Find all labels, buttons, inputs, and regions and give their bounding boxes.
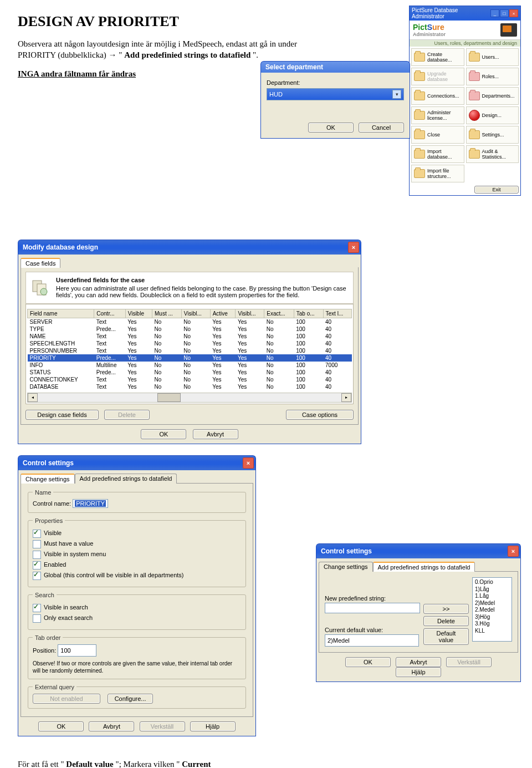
col-header[interactable]: Exact...: [264, 309, 294, 318]
must-have-value-label: Must have a value: [44, 540, 93, 547]
tab-change-settings[interactable]: Change settings: [21, 474, 75, 484]
table-cell: Yes: [125, 347, 152, 354]
ps-cell-users[interactable]: Users...: [466, 48, 519, 66]
only-exact-search-checkbox[interactable]: [33, 614, 41, 623]
modify-titlebar[interactable]: Modify database design ×: [18, 240, 361, 255]
ok-button[interactable]: OK: [141, 429, 186, 439]
must-have-value-checkbox[interactable]: [33, 540, 41, 548]
table-row[interactable]: TYPEPrede...YesNoNoYesYesNo10040: [28, 325, 352, 333]
table-row[interactable]: PRIORITYPrede...YesNoNoYesYesNo10040: [28, 354, 352, 362]
table-row[interactable]: DATABASETextYesNoNoYesYesNo10040: [28, 383, 352, 390]
intro-bold: Add predefinied strings to datafield: [124, 50, 250, 59]
design-case-fields-button[interactable]: Design case fields: [25, 410, 99, 420]
tab-add-predefined[interactable]: Add predefined strings to datafield: [75, 474, 177, 484]
table-row[interactable]: INFOMultilineYesNoNoYesYesNo1007000: [28, 362, 352, 369]
col-header[interactable]: Visible: [125, 309, 152, 318]
list-item[interactable]: 1)Låg: [475, 586, 509, 593]
visible-checkbox[interactable]: [33, 530, 41, 538]
modify-database-dialog: Modify database design × Case fields Use…: [18, 240, 361, 444]
list-item[interactable]: 3.Hög: [475, 620, 509, 628]
tab-add-predefined[interactable]: Add predefined strings to datafield: [373, 562, 475, 572]
list-item[interactable]: 2)Medel: [475, 600, 509, 607]
col-header[interactable]: Must ...: [152, 309, 182, 318]
case-options-button[interactable]: Case options: [286, 410, 354, 420]
tab-case-fields[interactable]: Case fields: [21, 258, 60, 268]
col-header[interactable]: Visibl...: [181, 309, 210, 318]
col-header[interactable]: Visibl...: [236, 309, 264, 318]
list-item[interactable]: KLL: [475, 628, 509, 635]
table-cell: No: [264, 362, 294, 369]
new-string-input[interactable]: [325, 603, 420, 613]
pictsure-titlebar[interactable]: PictSure Database Administrator _ □ ×: [410, 6, 520, 21]
list-item[interactable]: 2.Medel: [475, 607, 509, 614]
table-row[interactable]: NAMETextYesNoNoYesYesNo10040: [28, 333, 352, 340]
maximize-icon[interactable]: □: [500, 9, 509, 17]
ok-button[interactable]: OK: [38, 721, 84, 731]
table-row[interactable]: SERVERTextYesNoNoYesYesNo10040: [28, 318, 352, 325]
close-icon[interactable]: ×: [508, 546, 519, 557]
tab-change-settings[interactable]: Change settings: [319, 562, 373, 572]
ps-cell-administer-license[interactable]: Administer license...: [411, 106, 464, 124]
add-titlebar[interactable]: Control settings ×: [316, 543, 521, 558]
cancel-button[interactable]: Avbryt: [193, 429, 238, 439]
default-value-button[interactable]: Default value: [423, 628, 469, 645]
scroll-right-icon[interactable]: ▸: [341, 393, 351, 402]
current-default-field[interactable]: 2)Medel: [325, 634, 419, 647]
table-cell: Text: [94, 340, 125, 347]
col-header[interactable]: Field name: [28, 309, 94, 318]
control-name-field[interactable]: PRIORITY: [73, 499, 108, 508]
configure-button[interactable]: Configure...: [108, 694, 153, 704]
scroll-left-icon[interactable]: ◂: [28, 393, 38, 402]
col-header[interactable]: Text l...: [323, 309, 351, 318]
table-row[interactable]: SPEECHLENGTHTextYesNoNoYesYesNo10040: [28, 340, 352, 347]
table-row[interactable]: PERSONNUMBERTextYesNoNoYesYesNo10040: [28, 347, 352, 354]
department-dropdown[interactable]: HUD ▾: [267, 88, 404, 100]
cancel-button[interactable]: Cancel: [359, 123, 404, 133]
close-icon[interactable]: ×: [509, 9, 518, 17]
cancel-button[interactable]: Avbryt: [396, 657, 441, 667]
visible-in-search-checkbox[interactable]: [33, 604, 41, 612]
ps-cell-upgrade-database: Upgrade database: [411, 68, 464, 85]
ps-cell-design[interactable]: Design...: [466, 106, 519, 124]
ctrl-titlebar[interactable]: Control settings ×: [18, 455, 256, 470]
ps-cell-settings[interactable]: Settings...: [466, 126, 519, 144]
ps-cell-audit-statistics[interactable]: Audit & Statistics...: [466, 145, 519, 163]
close-icon[interactable]: ×: [348, 242, 359, 253]
table-cell: Yes: [125, 325, 152, 333]
col-header[interactable]: Active: [210, 309, 236, 318]
predefined-list[interactable]: 0.Oprio1)Låg1.Låg2)Medel2.Medel3)Hög3.Hö…: [472, 577, 512, 642]
help-button[interactable]: Hjälp: [396, 667, 441, 677]
ok-button[interactable]: OK: [308, 123, 354, 133]
ps-cell-import-database[interactable]: Import database...: [411, 145, 464, 163]
position-field[interactable]: 100: [58, 644, 96, 657]
list-item[interactable]: 1.Låg: [475, 593, 509, 600]
fields-table[interactable]: Field nameContr...VisibleMust ...Visibl.…: [27, 309, 352, 390]
global-checkbox[interactable]: [33, 572, 41, 580]
add-string-button[interactable]: >>: [423, 604, 469, 614]
close-icon[interactable]: ×: [243, 457, 254, 469]
exit-button[interactable]: Exit: [474, 186, 519, 194]
help-button[interactable]: Hjälp: [190, 721, 236, 731]
ps-cell-departments[interactable]: Departments...: [466, 87, 519, 105]
delete-string-button[interactable]: Delete: [423, 616, 469, 626]
minimize-icon[interactable]: _: [490, 9, 499, 17]
list-item[interactable]: 3)Hög: [475, 614, 509, 621]
visible-sysmenu-checkbox[interactable]: [33, 551, 41, 559]
scrollbar-thumb[interactable]: [157, 393, 181, 402]
enabled-checkbox[interactable]: [33, 561, 41, 569]
cancel-button[interactable]: Avbryt: [89, 721, 134, 731]
horizontal-scrollbar[interactable]: ◂ ▸: [27, 393, 352, 403]
col-header[interactable]: Contr...: [94, 309, 125, 318]
col-header[interactable]: Tab o...: [294, 309, 323, 318]
ps-cell-close[interactable]: Close: [411, 126, 464, 144]
list-item[interactable]: 0.Oprio: [475, 579, 509, 586]
ps-cell-create-database[interactable]: Create database...: [411, 48, 464, 66]
select-dept-titlebar[interactable]: Select department: [260, 61, 410, 73]
ok-button[interactable]: OK: [345, 657, 391, 667]
ps-cell-import-file-structure[interactable]: Import file structure...: [411, 165, 464, 182]
table-row[interactable]: CONNECTIONKEYTextYesNoNoYesYesNo10040: [28, 376, 352, 383]
ps-cell-roles[interactable]: Roles...: [466, 68, 519, 85]
chevron-down-icon[interactable]: ▾: [392, 90, 401, 99]
table-row[interactable]: STATUSPrede...YesNoNoYesYesNo10040: [28, 369, 352, 376]
ps-cell-connections[interactable]: Connections...: [411, 87, 464, 105]
